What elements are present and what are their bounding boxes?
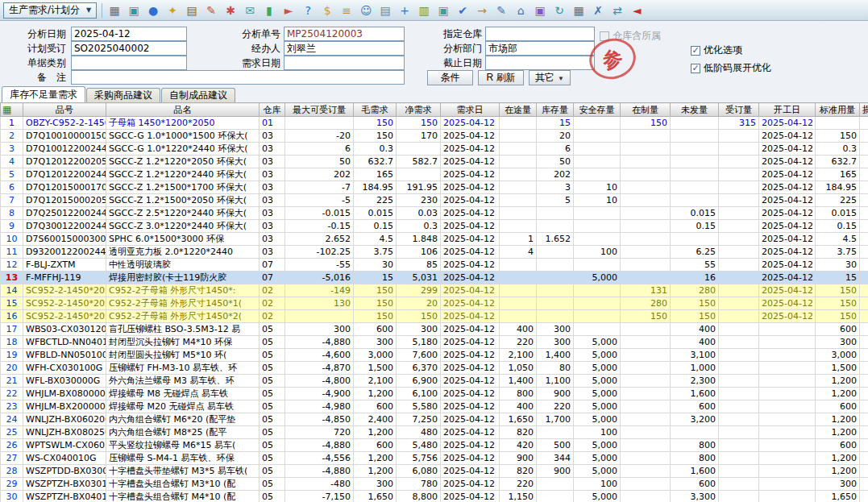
cell-safety[interactable]: 5,000 <box>574 349 621 362</box>
cell-unshipped[interactable]: 6.25 <box>671 246 719 259</box>
cell-name[interactable]: 封闭型沉头拉铆钉 M4*10 环保 <box>106 336 260 349</box>
cell-safety[interactable]: 5,000 <box>574 465 621 478</box>
cell-wip[interactable] <box>621 336 671 349</box>
cell-std[interactable]: 1,650 <box>816 491 860 502</box>
table-row[interactable]: 24WNLJZH-BX060200G内六角组合螺钉 M6*20 (配平垫05-4… <box>1 413 868 426</box>
cell-wip[interactable] <box>621 388 671 400</box>
cell-name[interactable]: C952-2子母箱 外形尺寸1450*2( <box>106 310 260 323</box>
cell-pn[interactable]: WNLJZH-BX060200G <box>23 413 106 426</box>
cell-gross[interactable]: 0.15 <box>354 220 397 233</box>
table-row[interactable]: 4D7Q1201220020500GSGCC-Z 1.2*1220*2050 环… <box>1 156 868 168</box>
cell-std[interactable]: 632.7 <box>816 156 860 168</box>
cell-stock[interactable] <box>537 284 574 297</box>
cell-ordered[interactable] <box>719 426 759 439</box>
col-header-net[interactable]: 净需求 <box>397 103 441 117</box>
cell-name[interactable]: SGCC-Z 1.2*1220*2440 环保大( <box>106 168 260 181</box>
col-header-unshipped[interactable]: 未发量 <box>671 103 719 117</box>
cell-stock[interactable]: 1.652 <box>537 233 574 246</box>
cell-name[interactable]: 内六角组合螺钉 M8*25 (配平 <box>106 426 260 439</box>
cell-pn[interactable]: D7Q1201220020500G <box>23 156 106 168</box>
cell-max[interactable]: 6 <box>285 143 354 156</box>
cell-transit[interactable]: 900 <box>500 452 537 465</box>
cell-pn[interactable]: WHJLM-BX080000G <box>23 388 106 400</box>
cell-wh[interactable]: 02 <box>260 310 285 323</box>
cell-name[interactable]: SGCC-Z 3.0*1220*2440 环保大( <box>106 220 260 233</box>
cell-max[interactable]: 202 <box>285 168 354 181</box>
cell-net[interactable]: 106 <box>397 246 441 259</box>
cell-startdate[interactable] <box>759 375 816 388</box>
cell-loss[interactable] <box>860 452 868 465</box>
cell-max[interactable]: -4,870 <box>285 362 354 375</box>
cell-name[interactable]: 十字槽盘头组合螺钉 M3*10 (配 <box>106 478 260 491</box>
cell-unshipped[interactable]: 800 <box>671 452 719 465</box>
cell-ordered[interactable] <box>719 400 759 413</box>
cell-unshipped[interactable]: 3,200 <box>671 413 719 426</box>
doc-view-icon[interactable]: ▤ <box>378 3 392 18</box>
cell-transit[interactable]: 220 <box>500 336 537 349</box>
cell-no[interactable]: 30 <box>1 491 23 502</box>
flower-icon[interactable]: ✱ <box>223 3 238 18</box>
cell-no[interactable]: 10 <box>1 233 23 246</box>
cell-loss[interactable] <box>860 413 868 426</box>
cell-net[interactable]: 150 <box>397 310 441 323</box>
cell-name[interactable]: 平头竖纹拉铆螺母 M6*15 易车( <box>106 439 260 452</box>
cell-safety[interactable]: 5,000 <box>574 400 621 413</box>
cell-safety[interactable]: 5,000 <box>574 362 621 375</box>
cell-safety[interactable] <box>574 130 621 143</box>
transfer-icon[interactable]: ⇄ <box>610 3 625 18</box>
cell-gross[interactable]: 30 <box>354 259 397 272</box>
notebook-icon[interactable]: ▤ <box>185 3 199 18</box>
cell-gross[interactable]: 600 <box>354 400 397 413</box>
cell-loss[interactable] <box>860 478 868 491</box>
cell-name[interactable]: 压铆螺钉 FH-M3-10 易车铁、环 <box>106 362 260 375</box>
cell-std[interactable]: 1,200 <box>816 426 860 439</box>
cell-loss[interactable] <box>860 375 868 388</box>
cell-transit[interactable] <box>500 310 537 323</box>
cell-transit[interactable]: 820 <box>500 426 537 439</box>
stamp-icon[interactable]: ✎ <box>204 3 218 18</box>
cell-reqdate[interactable]: 2025-04-12 <box>441 168 500 181</box>
doc-edit-icon[interactable]: ✎ <box>494 3 509 18</box>
cell-std[interactable]: 30 <box>816 259 860 272</box>
cell-name[interactable]: 盲孔压铆螺柱 BSO-3.5M3-12 易 <box>106 323 260 336</box>
cell-stock[interactable]: 1,100 <box>537 375 574 388</box>
cell-startdate[interactable]: 2025-04-12 <box>759 143 816 156</box>
cell-name[interactable]: SGCC-Z 1.2*1500*2050 环保大( <box>106 194 260 207</box>
cell-pn[interactable]: D7Q2501220024400G <box>23 207 106 220</box>
cell-max[interactable]: -55 <box>285 259 354 272</box>
cell-wip[interactable] <box>621 246 671 259</box>
cell-std[interactable]: 600 <box>816 323 860 336</box>
cell-wh[interactable]: 05 <box>260 388 285 400</box>
cell-loss[interactable] <box>860 143 868 156</box>
cell-std[interactable]: 225 <box>816 194 860 207</box>
grid-export-icon[interactable]: ▦ <box>107 3 122 18</box>
table-row[interactable]: 23WHJLM-BX200000G焊接螺母 M20 无碰焊点 易车铁05-4,9… <box>1 400 868 413</box>
cell-ordered[interactable]: 315 <box>719 117 759 130</box>
handler-field[interactable] <box>284 41 405 56</box>
cell-max[interactable]: -4,850 <box>285 413 354 426</box>
cell-no[interactable]: 21 <box>1 375 23 388</box>
cell-pn[interactable]: D7Q1001220024400G <box>23 143 106 156</box>
cell-loss[interactable] <box>860 207 868 220</box>
cell-transit[interactable] <box>500 297 537 310</box>
cell-gross[interactable]: 0.015 <box>354 207 397 220</box>
cell-pn[interactable]: F-BLJ-ZXTM <box>23 259 106 272</box>
cell-reqdate[interactable]: 2025-04-12 <box>441 117 500 130</box>
cell-startdate[interactable]: 2025-04-12 <box>759 220 816 233</box>
cell-pn[interactable]: WS-CX040010G <box>23 452 106 465</box>
col-header-gross[interactable]: 毛需求 <box>354 103 397 117</box>
cell-wip[interactable] <box>621 349 671 362</box>
cell-reqdate[interactable]: 2025-04-12 <box>441 297 500 310</box>
cell-wip[interactable] <box>621 272 671 284</box>
cell-std[interactable]: 1,200 <box>816 375 860 388</box>
cell-pn[interactable]: WFBLD-NN050100G <box>23 349 106 362</box>
cell-safety[interactable] <box>574 297 621 310</box>
cell-max[interactable]: 300 <box>285 323 354 336</box>
cell-no[interactable]: 17 <box>1 323 23 336</box>
cell-gross[interactable]: 1,200 <box>354 426 397 439</box>
cell-net[interactable] <box>397 143 441 156</box>
cell-no[interactable]: 15 <box>1 297 23 310</box>
cell-stock[interactable]: 15 <box>537 117 574 130</box>
cell-max[interactable]: -4,600 <box>285 349 354 362</box>
cell-unshipped[interactable]: 280 <box>671 284 719 297</box>
